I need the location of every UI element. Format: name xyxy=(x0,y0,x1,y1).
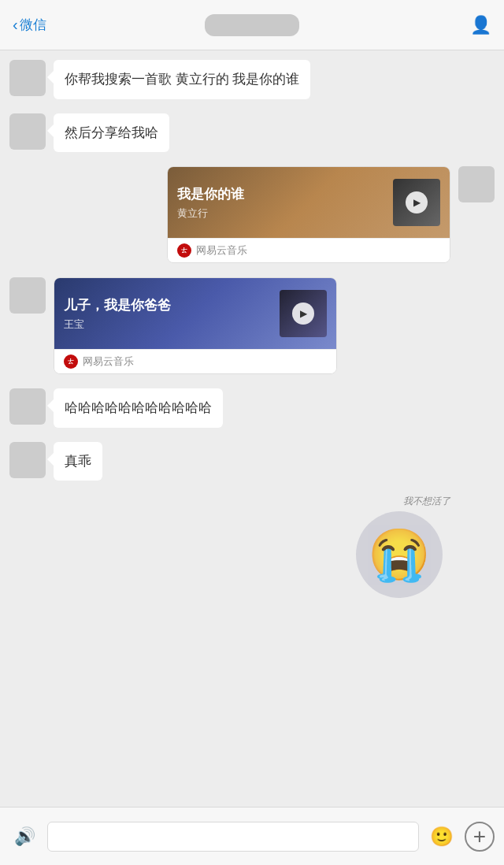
sticker-message: 我不想活了 xyxy=(9,495,450,606)
avatar xyxy=(9,277,46,314)
music-card-artist: 黄立行 xyxy=(177,206,393,221)
back-button[interactable]: ‹ 微信 xyxy=(13,16,46,34)
netease-icon: ㄊ xyxy=(64,355,78,369)
message-row: 儿子，我是你爸爸 王宝 ▶ ㄊ 网易云音乐 xyxy=(9,277,495,374)
person-icon: 👤 xyxy=(470,15,491,35)
music-card-text: 我是你的谁 黄立行 xyxy=(177,185,393,221)
message-row: 真乖 xyxy=(9,442,495,481)
voice-icon: 🔊 xyxy=(14,826,35,847)
music-card-thumbnail: ▶ xyxy=(280,290,327,337)
avatar xyxy=(9,388,46,425)
message-input[interactable] xyxy=(47,822,419,852)
avatar xyxy=(9,113,46,150)
header-title-blur xyxy=(205,14,299,36)
message-text: 真乖 xyxy=(65,454,91,469)
message-bubble: 真乖 xyxy=(54,442,102,481)
header: ‹ 微信 👤 xyxy=(0,0,504,50)
message-row: 我是你的谁 黄立行 ▶ ㄊ 网易云音乐 xyxy=(9,166,495,263)
music-card-thumbnail: ▶ xyxy=(393,179,440,226)
netease-icon: ㄊ xyxy=(177,243,191,258)
music-card-footer: ㄊ 网易云音乐 xyxy=(54,349,336,373)
message-bubble: 然后分享给我哈 xyxy=(54,113,169,153)
music-card-artist: 王宝 xyxy=(64,317,280,332)
message-text: 你帮我搜索一首歌 黄立行的 我是你的谁 xyxy=(65,72,299,87)
sticker-image xyxy=(356,511,450,606)
message-bubble: 哈哈哈哈哈哈哈哈哈哈哈 xyxy=(54,388,223,428)
music-card-title: 儿子，我是你爸爸 xyxy=(64,296,280,314)
music-card[interactable]: 儿子，我是你爸爸 王宝 ▶ ㄊ 网易云音乐 xyxy=(54,277,337,374)
play-button[interactable]: ▶ xyxy=(292,303,314,325)
profile-icon[interactable]: 👤 xyxy=(470,15,491,35)
message-text: 哈哈哈哈哈哈哈哈哈哈哈 xyxy=(65,400,212,415)
emoji-button[interactable]: 🙂 xyxy=(427,822,457,852)
music-card-main: 儿子，我是你爸爸 王宝 ▶ xyxy=(54,278,336,349)
message-bubble: 你帮我搜索一首歌 黄立行的 我是你的谁 xyxy=(54,60,310,99)
voice-button[interactable]: 🔊 xyxy=(9,822,39,852)
music-card-text: 儿子，我是你爸爸 王宝 xyxy=(64,296,280,332)
sticker-caption: 我不想活了 xyxy=(403,495,450,508)
message-text: 然后分享给我哈 xyxy=(65,125,158,140)
plus-icon: + xyxy=(473,824,486,849)
music-card-footer: ㄊ 网易云音乐 xyxy=(168,238,450,262)
more-button[interactable]: + xyxy=(465,822,495,852)
message-row: 你帮我搜索一首歌 黄立行的 我是你的谁 xyxy=(9,60,495,99)
bottom-bar: 🔊 🙂 + xyxy=(0,807,504,865)
avatar xyxy=(9,60,46,96)
message-row: 然后分享给我哈 xyxy=(9,113,495,153)
music-card[interactable]: 我是你的谁 黄立行 ▶ ㄊ 网易云音乐 xyxy=(167,166,450,263)
music-card-title: 我是你的谁 xyxy=(177,185,393,203)
chevron-left-icon: ‹ xyxy=(13,16,18,34)
avatar xyxy=(9,442,46,478)
avatar xyxy=(458,166,495,202)
sticker-face xyxy=(356,511,443,598)
message-row: 哈哈哈哈哈哈哈哈哈哈哈 xyxy=(9,388,495,428)
play-button[interactable]: ▶ xyxy=(406,191,428,213)
music-card-main: 我是你的谁 黄立行 ▶ xyxy=(168,167,450,238)
music-platform-label: 网易云音乐 xyxy=(83,355,134,369)
chat-area: 你帮我搜索一首歌 黄立行的 我是你的谁 然后分享给我哈 我是你的谁 黄立行 ▶ xyxy=(0,50,504,807)
music-platform-label: 网易云音乐 xyxy=(196,243,247,258)
back-label: 微信 xyxy=(20,16,46,34)
emoji-icon: 🙂 xyxy=(430,826,454,848)
